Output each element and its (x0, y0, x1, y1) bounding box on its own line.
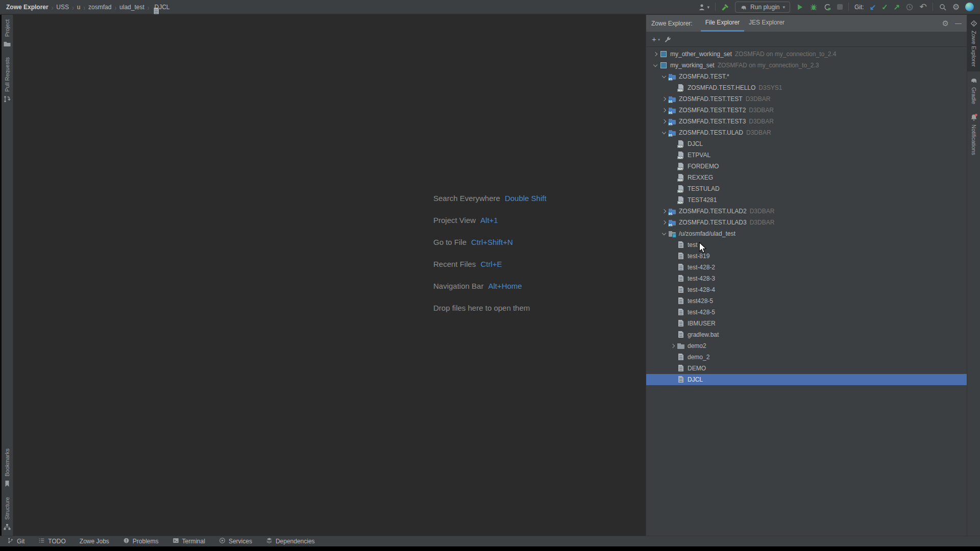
member-icon (677, 185, 685, 193)
breadcrumb-item[interactable]: ulad_test (118, 4, 145, 11)
panel-gear-icon[interactable]: ⚙ (942, 19, 949, 28)
breadcrumb-label: ulad_test (119, 4, 144, 11)
toolbar-separator (933, 3, 933, 11)
tree-row[interactable]: ZOSMFAD.TEST.HELLOD3SYS1 (646, 82, 967, 93)
git-commit-icon[interactable]: ✓ (881, 3, 888, 12)
tree-row[interactable]: test-428-4 (646, 284, 967, 295)
chevron-down-icon[interactable] (660, 228, 668, 239)
breadcrumb-item[interactable]: DJCL (151, 4, 170, 11)
breadcrumb-label: zosmfad (88, 4, 111, 11)
tree-row[interactable]: ZOSMFAD.TEST.* (646, 71, 967, 82)
add-profile-icon[interactable]: + (652, 36, 656, 43)
tree-row[interactable]: ZOSMFAD.TEST.ULAD3D3DBAR (646, 217, 967, 228)
hide-panel-icon[interactable]: — (955, 19, 962, 28)
tree-item-suffix: D3DBAR (750, 208, 775, 215)
mouse-cursor (698, 242, 707, 254)
tree-row[interactable]: TESTULAD (646, 183, 967, 194)
member-icon (677, 162, 685, 170)
tree-row[interactable]: demo_2 (646, 352, 967, 363)
tab-file-explorer[interactable]: File Explorer (701, 15, 744, 32)
tree-row[interactable]: DJCL (646, 374, 967, 385)
tree-row[interactable]: test-428-2 (646, 262, 967, 273)
tree-item-suffix: D3DBAR (749, 118, 774, 125)
user-menu-button[interactable]: ▾ (698, 3, 710, 11)
tree-row[interactable]: test-819 (646, 251, 967, 262)
uss-folder-icon (668, 230, 676, 238)
ide-avatar-icon[interactable] (965, 3, 974, 11)
tree-row[interactable]: test428-5 (646, 295, 967, 307)
tree-item-label: IBMUSER (688, 320, 716, 327)
tree-row[interactable]: DJCL (646, 138, 967, 149)
settings-gear-icon[interactable]: ⚙ (952, 3, 960, 11)
tree-row[interactable]: demo2 (646, 340, 967, 352)
rollback-icon[interactable]: ↶ (919, 3, 926, 11)
tree-row[interactable]: REXXEG (646, 172, 967, 183)
chevron-right-icon[interactable] (660, 116, 668, 127)
run-icon[interactable] (796, 3, 804, 11)
sidebar-item-gradle[interactable]: Gradle (967, 71, 980, 109)
statusbar-item-zowe-jobs[interactable]: Zowe Jobs (80, 538, 109, 545)
shortcut-line: Recent FilesCtrl+E (433, 253, 547, 275)
tree-row[interactable]: test-428-5 (646, 307, 967, 318)
sidebar-item-notifications[interactable]: Notifications (967, 109, 980, 160)
chevron-right-icon[interactable] (651, 48, 659, 60)
chevron-right-icon[interactable] (660, 206, 668, 217)
breadcrumb-item[interactable]: u (76, 4, 82, 11)
search-everywhere-icon[interactable] (939, 3, 947, 11)
statusbar-item-dependencies[interactable]: Dependencies (266, 537, 315, 545)
tab-jes-explorer[interactable]: JES Explorer (744, 15, 789, 32)
statusbar-item-label: Services (229, 538, 252, 545)
breadcrumb-separator: › (112, 3, 118, 11)
statusbar-item-services[interactable]: Services (219, 537, 252, 545)
run-with-profiler-icon[interactable] (823, 3, 831, 11)
statusbar-item-git[interactable]: Git (7, 537, 24, 545)
chevron-down-icon[interactable] (651, 60, 659, 71)
tree-row[interactable]: TEST4281 (646, 194, 967, 206)
tree-row[interactable]: test (646, 239, 967, 251)
sidebar-item-zowe-explorer[interactable]: ZZowe Explorer (967, 15, 980, 71)
stripe-label: Structure (4, 497, 10, 520)
build-hammer-icon[interactable] (721, 3, 729, 11)
tree-row[interactable]: my_other_working_setZOSMFAD on my_connec… (646, 48, 967, 60)
statusbar-item-problems[interactable]: Problems (123, 537, 159, 545)
run-plugin-button[interactable]: Run plugin ▾ (735, 2, 790, 13)
breadcrumb-item[interactable]: USS (55, 4, 70, 11)
stop-icon[interactable] (837, 4, 843, 10)
settings-wrench-icon[interactable] (664, 36, 671, 43)
history-icon[interactable] (905, 3, 914, 11)
debug-icon[interactable] (810, 3, 818, 11)
tree-row[interactable]: ZOSMFAD.TEST.TEST2D3DBAR (646, 105, 967, 116)
tree-item-label: demo2 (688, 342, 706, 349)
statusbar-item-todo[interactable]: TODO (38, 537, 65, 545)
chevron-down-icon[interactable] (660, 71, 668, 82)
status-bar: GitTODOZowe JobsProblemsTerminalServices… (0, 536, 980, 546)
breadcrumb-item[interactable]: Zowe Explorer (5, 4, 50, 11)
tree-row[interactable]: FORDEMO (646, 161, 967, 172)
tree-row[interactable]: ETPVAL (646, 149, 967, 161)
tree-row[interactable]: ZOSMFAD.TEST.ULAD2D3DBAR (646, 206, 967, 217)
uss-file-icon (677, 241, 685, 249)
chevron-right-icon[interactable] (669, 340, 676, 352)
git-update-icon[interactable]: ↙ (870, 3, 876, 12)
tree-row[interactable]: IBMUSER (646, 318, 967, 329)
git-push-icon[interactable]: ↗ (894, 3, 900, 12)
tree-row[interactable]: DEMO (646, 363, 967, 374)
chevron-right-icon[interactable] (660, 217, 668, 228)
sidebar-item-structure[interactable]: Structure (2, 492, 13, 536)
tree-row[interactable]: ZOSMFAD.TEST.ULADD3DBAR (646, 127, 967, 138)
tree-item-label: my_working_set (670, 62, 715, 69)
tree-row[interactable]: ZOSMFAD.TEST.TEST3D3DBAR (646, 116, 967, 127)
tree-row[interactable]: my_working_setZOSMFAD on my_connection_t… (646, 60, 967, 71)
tree-row[interactable]: gradlew.bat (646, 329, 967, 340)
chevron-down-icon[interactable] (660, 127, 668, 138)
statusbar-item-terminal[interactable]: Terminal (173, 537, 205, 545)
sidebar-item-pull-requests[interactable]: Pull Requests (2, 53, 13, 108)
chevron-right-icon[interactable] (660, 105, 668, 116)
tree-row[interactable]: ZOSMFAD.TEST.TESTD3DBAR (646, 93, 967, 105)
chevron-right-icon[interactable] (660, 93, 668, 105)
sidebar-item-project[interactable]: Project (2, 15, 13, 53)
sidebar-item-bookmarks[interactable]: Bookmarks (2, 444, 13, 492)
tree-row[interactable]: /u/zosmfad/ulad_test (646, 228, 967, 239)
breadcrumb-item[interactable]: zosmfad (87, 4, 112, 11)
tree-row[interactable]: test-428-3 (646, 273, 967, 284)
